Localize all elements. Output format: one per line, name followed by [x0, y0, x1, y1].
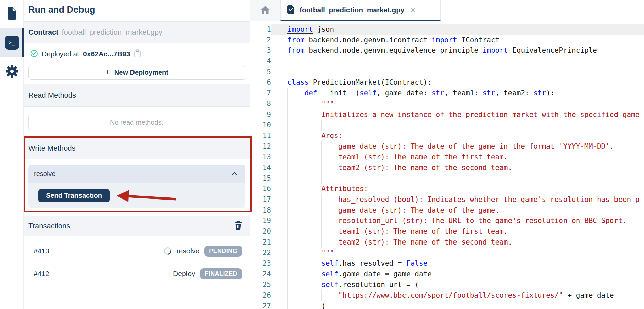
line-number: 4	[250, 56, 271, 67]
indent-guide	[287, 99, 288, 109]
code-line: 10	[250, 120, 644, 131]
contract-address: 0x62Ac...7B93	[83, 50, 130, 58]
indent-guide	[321, 216, 322, 226]
no-read-methods-message: No read methods.	[28, 114, 245, 131]
tab-football-prediction-market[interactable]: football_prediction_market.gpy ×	[280, 0, 441, 21]
clear-transactions-button[interactable]	[234, 221, 242, 231]
sidebar-item-files[interactable]	[0, 0, 24, 28]
code-line: 21 team2 (str): The name of the second t…	[250, 237, 644, 248]
indent-guide	[287, 301, 288, 309]
spinner-icon	[163, 246, 173, 256]
send-transaction-button[interactable]: Send Transaction	[38, 189, 110, 202]
indent-guide	[321, 290, 322, 301]
new-deployment-button[interactable]: + New Deployment	[28, 65, 245, 80]
indent-guide	[287, 237, 288, 248]
code-line: 7 def __init__(self, game_date: str, tea…	[250, 88, 644, 99]
transactions-header: Transactions	[24, 216, 250, 236]
line-number: 16	[250, 184, 271, 194]
indent-guide	[305, 237, 305, 248]
method-resolve-toggle[interactable]: resolve	[28, 165, 245, 183]
indent-guide	[287, 163, 288, 173]
method-body: Send Transaction	[28, 183, 245, 208]
indent-guide	[321, 152, 322, 163]
transaction-row[interactable]: #412 Deploy FINALIZED	[24, 265, 250, 282]
indent-guide	[321, 173, 322, 184]
code-line: 15	[250, 173, 644, 184]
code-line: 8 """	[250, 99, 644, 109]
line-number: 19	[250, 216, 271, 226]
indent-guide	[305, 109, 305, 120]
line-number: 26	[250, 290, 271, 301]
indent-guide	[305, 152, 305, 163]
line-number: 22	[250, 248, 271, 258]
code-line: 24 self.game_date = game_date	[250, 269, 644, 280]
line-number: 14	[250, 163, 271, 173]
code-line: 20 team1 (str): The name of the first te…	[250, 226, 644, 237]
trash-icon	[234, 221, 242, 231]
code-line: 27 )	[250, 301, 644, 309]
line-number: 23	[250, 258, 271, 269]
sidebar-item-settings[interactable]	[0, 57, 24, 87]
code-line: 2from backend.node.genvm.icontract impor…	[250, 35, 644, 46]
indent-guide	[305, 280, 305, 291]
line-number: 2	[250, 35, 271, 46]
indent-guide	[287, 205, 288, 216]
transaction-row[interactable]: #413 resolve PENDING	[24, 242, 250, 259]
indent-guide	[287, 290, 288, 301]
indent-guide	[287, 141, 288, 152]
indent-guide	[305, 173, 305, 184]
code-line: 26 "https://www.bbc.com/sport/football/s…	[250, 290, 644, 301]
indent-guide	[287, 269, 288, 280]
gear-icon	[5, 64, 19, 79]
indent-guide	[321, 120, 322, 131]
sidebar-item-run-debug[interactable]: >_	[0, 28, 24, 57]
line-number: 21	[250, 237, 271, 248]
code-line: 22 """	[250, 248, 644, 258]
indent-guide	[287, 88, 288, 99]
line-number: 25	[250, 280, 271, 291]
method-accordion: resolve Send Transaction	[28, 165, 245, 208]
code-line: 12 game_date (str): The date of the game…	[250, 141, 644, 152]
indent-guide	[287, 216, 288, 226]
tab-title: football_prediction_market.gpy	[300, 6, 405, 14]
new-deployment-label: New Deployment	[114, 69, 168, 76]
code-line: 19 resolution_url (str): The URL to the …	[250, 216, 644, 226]
indent-guide	[287, 258, 288, 269]
code-lines: 1import json2from backend.node.genvm.ico…	[250, 24, 644, 309]
code-line: 5	[250, 67, 644, 78]
terminal-icon: >_	[5, 36, 19, 50]
indent-guide	[305, 226, 305, 237]
line-number: 3	[250, 45, 271, 56]
line-number: 13	[250, 152, 271, 163]
indent-guide	[321, 226, 322, 237]
line-number: 6	[250, 77, 271, 88]
copy-address-button[interactable]	[134, 49, 141, 59]
close-icon[interactable]: ×	[410, 6, 415, 14]
write-methods-header: Write Methods	[24, 138, 250, 159]
indent-guide	[305, 120, 305, 131]
file-check-icon	[287, 5, 295, 16]
indent-guide	[287, 184, 288, 194]
code-editor[interactable]: 1import json2from backend.node.genvm.ico…	[250, 21, 644, 309]
code-line: 6class PredictionMarket(IContract):	[250, 77, 644, 88]
indent-guide	[287, 131, 288, 141]
chevron-up-icon	[231, 171, 238, 177]
contract-filename: football_prediction_market.gpy	[62, 28, 162, 37]
code-line: 11 Args:	[250, 131, 644, 141]
file-icon	[6, 6, 18, 22]
code-line: 9 Initializes a new instance of the pred…	[250, 109, 644, 120]
transaction-id: #413	[34, 247, 49, 255]
method-name: resolve	[34, 170, 55, 178]
transaction-action: resolve	[176, 247, 199, 255]
indent-guide	[321, 194, 322, 205]
indent-guide	[321, 237, 322, 248]
plus-icon: +	[105, 68, 110, 77]
code-line: 13 team1 (str): The name of the first te…	[250, 152, 644, 163]
page-title: Run and Debug	[28, 5, 95, 15]
indent-guide	[305, 163, 305, 173]
indent-guide	[305, 216, 305, 226]
indent-guide	[287, 280, 288, 291]
home-button[interactable]	[250, 0, 280, 21]
indent-guide	[287, 152, 288, 163]
code-line: 25 self.resolution_url = (	[250, 280, 644, 291]
